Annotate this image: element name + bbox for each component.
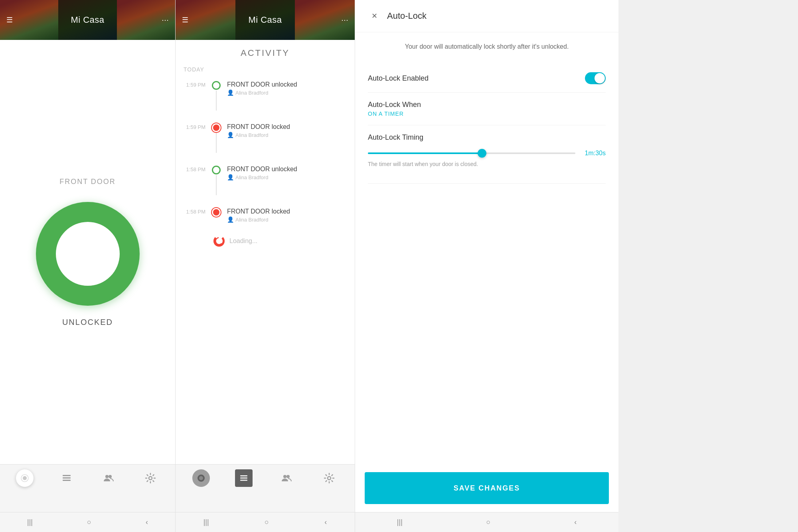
dots-menu-2[interactable]: ⋯ — [341, 16, 348, 24]
activity-item: 1:59 PM FRONT DOOR locked 👤 Alina Bradfo… — [184, 117, 347, 159]
close-button[interactable]: ✕ — [368, 10, 381, 22]
android-home-icon-3: ○ — [486, 518, 491, 526]
activity-user: 👤 Alina Bradford — [227, 89, 347, 96]
activity-time: 1:58 PM — [184, 208, 205, 215]
activity-action: FRONT DOOR unlocked — [227, 81, 347, 88]
background-filler — [618, 0, 798, 532]
svg-point-15 — [286, 475, 290, 478]
nav-people-1[interactable] — [100, 469, 117, 487]
nav-gear-1[interactable] — [142, 469, 159, 487]
svg-point-5 — [105, 475, 109, 478]
locked-dot — [212, 208, 221, 217]
activity-dot-col — [212, 208, 221, 217]
user-icon: 👤 — [227, 216, 234, 223]
nav-list-active-2[interactable] — [235, 469, 253, 487]
save-button[interactable]: SAVE CHANGES — [365, 472, 609, 504]
autolock-enabled-row: Auto-Lock Enabled — [368, 64, 606, 93]
android-back-icon-1: ‹ — [146, 518, 148, 526]
unlocked-dot — [212, 166, 221, 174]
android-nav-2: ||| ○ ‹ — [176, 512, 355, 532]
connector — [216, 175, 217, 195]
nav-gear-2[interactable] — [320, 469, 338, 487]
android-menu-icon-2: ||| — [203, 518, 209, 526]
autolock-toggle[interactable] — [585, 72, 606, 84]
activity-user: 👤 Alina Bradford — [227, 132, 347, 138]
svg-rect-4 — [63, 480, 71, 481]
activity-dot-col — [212, 166, 221, 195]
loading-spinner — [213, 235, 225, 247]
toggle-knob — [595, 73, 605, 83]
people-nav-icon-2 — [278, 469, 295, 487]
activity-time: 1:59 PM — [184, 123, 205, 130]
gear-nav-icon-2 — [320, 469, 338, 487]
activity-item: 1:58 PM FRONT DOOR locked 👤 Alina Bradfo… — [184, 202, 347, 229]
nav-lock-2[interactable] — [192, 469, 210, 487]
lock-nav-icon-2 — [192, 469, 210, 487]
slider-track[interactable] — [368, 152, 575, 154]
android-home-icon-1: ○ — [87, 518, 91, 526]
svg-point-7 — [149, 477, 152, 480]
lock-ring-inner — [56, 222, 120, 286]
hamburger-menu-2[interactable]: ☰ — [182, 16, 188, 24]
hamburger-menu-1[interactable]: ☰ — [6, 16, 13, 24]
svg-rect-11 — [240, 475, 247, 477]
autolock-title: Auto-Lock — [387, 11, 427, 21]
house-header-1: ☰ Mi Casa ⋯ — [0, 0, 175, 40]
user-name: Alina Bradford — [235, 174, 268, 180]
autolock-when-row: Auto-Lock When ON A TIMER — [368, 93, 606, 125]
slider-fill — [368, 152, 482, 154]
slider-hint: The timer will start when your door is c… — [368, 161, 606, 167]
connector — [216, 133, 217, 153]
connector — [216, 91, 217, 111]
people-nav-icon-1 — [100, 469, 117, 487]
save-btn-container: SAVE CHANGES — [355, 464, 618, 512]
autolock-when-label: Auto-Lock When — [368, 101, 421, 109]
user-name: Alina Bradford — [235, 132, 268, 138]
autolock-panel: ✕ Auto-Lock Your door will automatically… — [355, 0, 618, 532]
activity-dot-col — [212, 81, 221, 111]
svg-rect-2 — [63, 475, 71, 476]
activity-dot-col — [212, 123, 221, 153]
svg-rect-12 — [240, 478, 247, 479]
activity-info: FRONT DOOR unlocked 👤 Alina Bradford — [227, 166, 347, 180]
svg-point-16 — [328, 477, 331, 480]
activity-time: 1:59 PM — [184, 81, 205, 88]
house-title-2: Mi Casa — [248, 15, 282, 25]
nav-lock-1[interactable] — [16, 469, 34, 487]
svg-rect-13 — [240, 480, 247, 481]
svg-point-1 — [23, 476, 27, 480]
locked-dot — [212, 123, 221, 132]
activity-panel: ☰ Mi Casa ⋯ ACTIVITY TODAY 1:59 PM FRONT… — [176, 0, 355, 532]
android-nav-3: ||| ○ ‹ — [355, 512, 618, 532]
android-menu-icon-1: ||| — [27, 518, 33, 526]
autolock-timing-label: Auto-Lock Timing — [368, 133, 423, 142]
lock-content: FRONT DOOR UNLOCKED — [0, 40, 175, 464]
svg-point-14 — [283, 475, 286, 478]
nav-list-1[interactable] — [58, 469, 75, 487]
svg-rect-3 — [63, 477, 71, 479]
list-tab-active — [235, 469, 253, 487]
user-icon: 👤 — [227, 89, 234, 96]
activity-user: 👤 Alina Bradford — [227, 174, 347, 180]
autolock-header: ✕ Auto-Lock — [355, 0, 618, 32]
spacer — [355, 258, 618, 464]
activity-info: FRONT DOOR unlocked 👤 Alina Bradford — [227, 81, 347, 96]
svg-point-8 — [215, 236, 223, 246]
loading-item: Loading... — [184, 229, 347, 253]
dots-menu-1[interactable]: ⋯ — [162, 16, 169, 24]
android-back-icon-2: ‹ — [324, 518, 327, 526]
lock-ring[interactable] — [36, 202, 140, 306]
bottom-nav-2 — [176, 464, 355, 512]
autolock-body: Your door will automatically lock shortl… — [355, 32, 618, 258]
activity-time: 1:58 PM — [184, 166, 205, 172]
slider-thumb[interactable] — [478, 149, 486, 158]
activity-title: ACTIVITY — [184, 48, 347, 58]
android-menu-icon-3: ||| — [397, 518, 403, 526]
autolock-timing-row: Auto-Lock Timing 1m:30s The timer will s… — [368, 125, 606, 184]
autolock-when-col: Auto-Lock When ON A TIMER — [368, 101, 421, 117]
lock-nav-icon — [16, 469, 34, 487]
autolock-when-value: ON A TIMER — [368, 111, 421, 117]
nav-people-2[interactable] — [278, 469, 295, 487]
loading-text: Loading... — [229, 237, 257, 245]
house-title-1: Mi Casa — [71, 15, 104, 25]
